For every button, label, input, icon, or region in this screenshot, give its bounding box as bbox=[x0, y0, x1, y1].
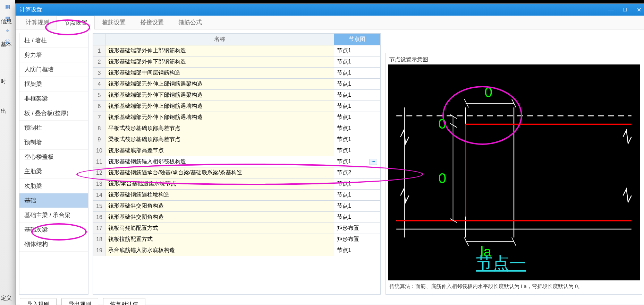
row-value-cell[interactable]: 节点1 bbox=[334, 56, 380, 68]
row-value-cell[interactable]: 节点1 bbox=[334, 178, 380, 190]
row-value-cell[interactable]: 节点1 bbox=[334, 90, 380, 101]
row-name-cell[interactable]: 筏形基础端部无外伸上部钢筋遇墙构造 bbox=[105, 101, 334, 112]
sidebar-item[interactable]: 框架梁 bbox=[19, 77, 88, 92]
sidebar-item[interactable]: 基础 bbox=[19, 193, 88, 208]
table-row[interactable]: 17筏板马凳筋配置方式矩形布置 bbox=[93, 223, 380, 234]
sidebar-item[interactable]: 预制墙 bbox=[19, 135, 88, 150]
row-name-cell[interactable]: 筏板拉筋配置方式 bbox=[105, 234, 334, 245]
table-row[interactable]: 19承台底筋锚入防水底板构造节点1 bbox=[93, 245, 380, 256]
sidebar-item[interactable]: 主肋梁 bbox=[19, 164, 88, 179]
import-rules-button[interactable]: 导入规则 bbox=[20, 298, 57, 305]
svg-line-11 bbox=[450, 115, 457, 119]
row-number: 10 bbox=[93, 145, 105, 156]
table-row[interactable]: 7筏形基础端部无外伸下部钢筋遇墙构造节点1 bbox=[93, 112, 380, 123]
tab-stirrup-formula[interactable]: 箍筋公式 bbox=[171, 15, 209, 29]
row-name-cell[interactable]: 筏形基础斜交阳角构造 bbox=[105, 201, 334, 212]
tool-icon[interactable]: ⎆ bbox=[2, 25, 13, 35]
table-row[interactable]: 9梁板式筏形基础顶部高差节点节点1 bbox=[93, 134, 380, 145]
row-value-cell[interactable]: 节点1 bbox=[334, 145, 380, 156]
export-rules-button[interactable]: 导出规则 bbox=[61, 298, 98, 305]
row-name-cell[interactable]: 梁板式筏形基础顶部高差节点 bbox=[105, 134, 334, 145]
table-row[interactable]: 8平板式筏形基础顶部高差节点节点1 bbox=[93, 123, 380, 134]
row-number: 4 bbox=[93, 79, 105, 90]
row-number: 16 bbox=[93, 212, 105, 223]
row-name-cell[interactable]: 筏形基础钢筋遇承台/独基/承台梁/基础联系梁/条基构造 bbox=[105, 167, 334, 178]
table-row[interactable]: 4筏形基础端部无外伸上部钢筋遇梁构造节点1 bbox=[93, 79, 380, 90]
row-name-cell[interactable]: 筏形基础端部无外伸下部钢筋遇梁构造 bbox=[105, 90, 334, 101]
row-value-cell[interactable]: 节点1 bbox=[334, 212, 380, 223]
tab-calc-rules[interactable]: 计算规则 bbox=[18, 15, 57, 29]
row-name-cell[interactable]: 筏形基础底部高差节点 bbox=[105, 145, 334, 156]
maximize-button[interactable]: □ bbox=[618, 4, 632, 16]
sidebar-item[interactable]: 空心楼盖板 bbox=[19, 150, 88, 164]
sidebar-item[interactable]: 剪力墙 bbox=[19, 48, 88, 62]
row-name-cell[interactable]: 筏形基础端部外伸下部钢筋构造 bbox=[105, 56, 334, 68]
row-value-cell[interactable]: 矩形布置 bbox=[334, 223, 380, 234]
row-value-cell[interactable]: 节点1 bbox=[334, 245, 380, 256]
table-row[interactable]: 11筏形基础钢筋锚入相邻筏板构造节点1••• bbox=[93, 156, 380, 167]
row-name-cell[interactable]: 筏形基础斜交阴角构造 bbox=[105, 212, 334, 223]
table-row[interactable]: 16筏形基础斜交阴角构造节点1 bbox=[93, 212, 380, 223]
sidebar-item[interactable]: 柱 / 墙柱 bbox=[19, 33, 88, 48]
row-value-cell[interactable]: 节点1 bbox=[334, 45, 380, 56]
sidebar-item[interactable]: 次肋梁 bbox=[19, 179, 88, 193]
sidebar-item[interactable]: 基础主梁 / 承台梁 bbox=[19, 208, 88, 223]
table-row[interactable]: 13筏形/承台基础遇集水坑节点节点1 bbox=[93, 178, 380, 190]
table-row[interactable]: 14筏形基础钢筋遇柱墩构造节点1 bbox=[93, 190, 380, 201]
minimize-button[interactable]: — bbox=[604, 4, 618, 16]
row-value-cell[interactable]: 节点1••• bbox=[334, 156, 380, 167]
table-row[interactable]: 10筏形基础底部高差节点节点1 bbox=[93, 145, 380, 156]
col-diagram: 节点图 bbox=[334, 34, 380, 45]
row-name-cell[interactable]: 筏形基础端部中间层钢筋构造 bbox=[105, 68, 334, 79]
tab-node-settings[interactable]: 节点设置 bbox=[57, 16, 95, 29]
table-row[interactable]: 12筏形基础钢筋遇承台/独基/承台梁/基础联系梁/条基构造节点2 bbox=[93, 167, 380, 178]
row-value-cell[interactable]: 节点1 bbox=[334, 79, 380, 90]
sidebar-item[interactable]: 人防门框墙 bbox=[19, 62, 88, 77]
row-name-cell[interactable]: 筏形基础端部无外伸下部钢筋遇墙构造 bbox=[105, 112, 334, 123]
close-button[interactable]: ✕ bbox=[632, 4, 644, 16]
row-value-cell[interactable]: 节点1 bbox=[334, 201, 380, 212]
sidebar-item[interactable]: 非框架梁 bbox=[19, 92, 88, 106]
row-value-cell[interactable]: 节点1 bbox=[334, 134, 380, 145]
row-name-cell[interactable]: 筏形基础端部无外伸上部钢筋遇梁构造 bbox=[105, 79, 334, 90]
row-value-cell[interactable]: 节点1 bbox=[334, 123, 380, 134]
row-name-cell[interactable]: 筏板马凳筋配置方式 bbox=[105, 223, 334, 234]
row-number: 2 bbox=[93, 56, 105, 68]
row-name-cell[interactable]: 筏形基础钢筋锚入相邻筏板构造 bbox=[105, 156, 334, 167]
gutter-label: 出 bbox=[1, 108, 6, 115]
row-number: 1 bbox=[93, 45, 105, 56]
row-value-cell[interactable]: 节点1 bbox=[334, 190, 380, 201]
tab-lap-settings[interactable]: 搭接设置 bbox=[133, 15, 171, 29]
gutter-label: 定义 bbox=[1, 295, 12, 302]
titlebar[interactable]: 计算设置 — □ ✕ bbox=[16, 4, 644, 16]
preview-desc: 传统算法：面筋、底筋伸入相邻筏板内水平段长度默认为 La，弯折段长度默认为 0。 bbox=[388, 280, 640, 292]
sidebar-item[interactable]: 基础次梁 bbox=[19, 223, 88, 237]
table-row[interactable]: 1筏形基础端部外伸上部钢筋构造节点1 bbox=[93, 45, 380, 56]
row-name-cell[interactable]: 承台底筋锚入防水底板构造 bbox=[105, 245, 334, 256]
cell-ellipsis-button[interactable]: ••• bbox=[370, 159, 377, 165]
table-row[interactable]: 2筏形基础端部外伸下部钢筋构造节点1 bbox=[93, 56, 380, 68]
row-value-cell[interactable]: 节点1 bbox=[334, 68, 380, 79]
table-row[interactable]: 6筏形基础端部无外伸上部钢筋遇墙构造节点1 bbox=[93, 101, 380, 112]
row-name-cell[interactable]: 筏形基础端部外伸上部钢筋构造 bbox=[105, 45, 334, 56]
row-value-cell[interactable]: 节点2 bbox=[334, 167, 380, 178]
table-row[interactable]: 5筏形基础端部无外伸下部钢筋遇梁构造节点1 bbox=[93, 90, 380, 101]
row-name-cell[interactable]: 平板式筏形基础顶部高差节点 bbox=[105, 123, 334, 134]
row-value-cell[interactable]: 节点1 bbox=[334, 112, 380, 123]
reset-defaults-button[interactable]: 恢复默认值 bbox=[103, 298, 145, 305]
node-preview-panel: 节点设置示意图 bbox=[385, 53, 642, 295]
row-name-cell[interactable]: 筏形基础钢筋遇柱墩构造 bbox=[105, 190, 334, 201]
row-value-cell[interactable]: 节点1 bbox=[334, 101, 380, 112]
table-row[interactable]: 15筏形基础斜交阳角构造节点1 bbox=[93, 201, 380, 212]
table-row[interactable]: 18筏板拉筋配置方式矩形布置 bbox=[93, 234, 380, 245]
node-table: 名称 节点图 1筏形基础端部外伸上部钢筋构造节点12筏形基础端部外伸下部钢筋构造… bbox=[93, 33, 381, 295]
sidebar-item[interactable]: 预制柱 bbox=[19, 121, 88, 135]
row-value-cell[interactable]: 矩形布置 bbox=[334, 234, 380, 245]
sidebar-item[interactable]: 板 / 叠合板(整厚) bbox=[19, 106, 88, 121]
row-name-cell[interactable]: 筏形/承台基础遇集水坑节点 bbox=[105, 178, 334, 190]
col-name: 名称 bbox=[105, 34, 334, 45]
tool-icon[interactable]: ▦ bbox=[2, 1, 13, 12]
sidebar-item[interactable]: 砌体结构 bbox=[19, 237, 88, 252]
tab-stirrup-settings[interactable]: 箍筋设置 bbox=[95, 15, 133, 29]
table-row[interactable]: 3筏形基础端部中间层钢筋构造节点1 bbox=[93, 68, 380, 79]
